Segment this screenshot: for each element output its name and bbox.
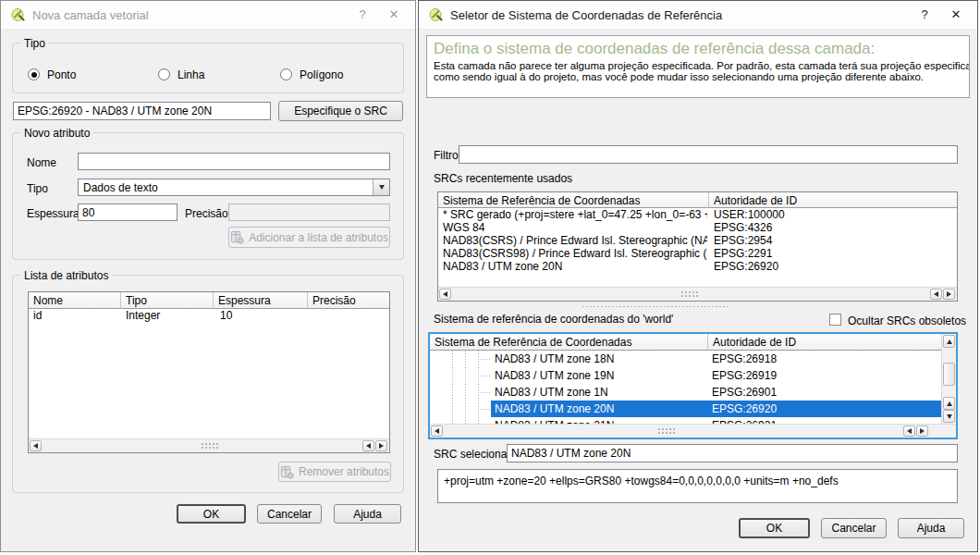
scroll-left-icon[interactable] [930, 289, 942, 300]
horizontal-scrollbar[interactable] [29, 438, 389, 452]
col-header-precision[interactable]: Precisão [308, 292, 389, 309]
cancel-button[interactable]: Cancelar [821, 518, 887, 538]
qgis-logo-icon [429, 7, 444, 22]
close-icon[interactable]: ✕ [946, 6, 966, 23]
horizontal-scrollbar[interactable] [438, 287, 957, 301]
help-icon[interactable]: ? [352, 6, 373, 23]
attribute-type-combobox[interactable]: Dados de texto [78, 179, 390, 196]
scroll-left-icon[interactable] [30, 440, 42, 451]
table-row[interactable]: id Integer 10 [29, 309, 389, 323]
recent-crs-table: Sistema de Referência de Coordenadas Aut… [437, 191, 958, 302]
world-crs-label: Sistema de referência de coordenadas do … [434, 313, 673, 326]
scrollbar-grip[interactable] [201, 442, 219, 450]
type-groupbox: Tipo Ponto Linha Polígono [12, 43, 404, 93]
col-header-crs[interactable]: Sistema de Referência de Coordenadas [430, 334, 708, 351]
recent-crs-row[interactable]: * SRC gerado (+proj=stere +lat_0=47.25 +… [438, 208, 957, 221]
scroll-right-icon[interactable] [943, 289, 955, 300]
radio-point-label[interactable]: Ponto [47, 68, 76, 81]
scroll-right-icon[interactable] [375, 440, 387, 451]
help-icon[interactable]: ? [914, 6, 935, 23]
help-button[interactable]: Ajuda [898, 518, 964, 538]
radio-point[interactable] [28, 68, 40, 80]
close-icon[interactable]: ✕ [384, 6, 404, 23]
recent-crs-row[interactable]: NAD83 / UTM zone 20N EPSG:26920 [438, 260, 957, 273]
scroll-left-icon[interactable] [431, 426, 443, 437]
new-attribute-group-label: Novo atributo [20, 127, 93, 140]
new-attribute-groupbox: Novo atributo Nome Tipo Dados de texto E… [12, 132, 404, 260]
attribute-list-group-label: Lista de atributos [20, 269, 112, 282]
world-crs-tree: NAD83 / UTM zone 18N EPSG:26918 NAD83 / … [430, 351, 941, 424]
scroll-right-icon[interactable] [916, 426, 928, 437]
scroll-left-icon[interactable] [903, 426, 915, 437]
world-crs-row[interactable]: NAD83 / UTM zone 1N EPSG:26901 [430, 384, 941, 401]
scrollbar-thumb[interactable] [943, 363, 955, 386]
remove-attribute-button: Remover atributos [278, 462, 391, 482]
cancel-button[interactable]: Cancelar [257, 504, 322, 524]
scroll-up-icon[interactable] [943, 397, 955, 410]
scrollbar-grip[interactable] [680, 290, 699, 299]
attribute-type-value: Dados de texto [83, 181, 158, 194]
help-button[interactable]: Ajuda [334, 504, 401, 524]
filter-label: Filtro [434, 149, 459, 162]
width-label: Espessura [27, 207, 80, 220]
banner-heading: Defina o sistema de coordenadas de refer… [434, 40, 969, 58]
banner-text-line2: como sendo igual à do projeto, mas você … [434, 71, 969, 82]
horizontal-scrollbar[interactable] [430, 424, 956, 438]
hide-obsolete-checkbox[interactable] [829, 314, 841, 326]
attribute-width-input[interactable] [78, 204, 178, 221]
titlebar[interactable]: Nova camada vetorial ? ✕ [1, 1, 415, 30]
col-header-width[interactable]: Espessura [214, 292, 308, 309]
ok-button[interactable]: OK [739, 518, 810, 538]
name-label: Nome [27, 156, 56, 169]
precision-label: Precisão [185, 207, 228, 220]
scroll-up-icon[interactable] [943, 335, 955, 348]
hide-obsolete-label[interactable]: Ocultar SRCs obsoletos [848, 314, 966, 327]
add-attribute-button: Adicionar a lista de atributos [228, 227, 390, 248]
scroll-left-icon[interactable] [362, 440, 374, 451]
remove-attribute-icon [280, 465, 294, 479]
qgis-logo-icon [11, 7, 26, 22]
col-header-crs[interactable]: Sistema de Referência de Coordenadas [438, 192, 709, 208]
attribute-precision-input [228, 204, 390, 221]
splitter-handle[interactable] [582, 305, 729, 309]
crs-info-banner: Defina o sistema de coordenadas de refer… [426, 35, 970, 98]
titlebar[interactable]: Seletor de Sistema de Coordenadas de Ref… [419, 1, 977, 30]
type-group-label: Tipo [20, 37, 49, 50]
world-crs-row-selected[interactable]: NAD83 / UTM zone 20N EPSG:26920 [430, 401, 941, 417]
radio-polygon[interactable] [280, 68, 292, 80]
specify-src-button[interactable]: Especifique o SRC [278, 101, 403, 121]
scroll-down-icon[interactable] [943, 410, 955, 423]
col-header-authority[interactable]: Autoridade de ID [709, 192, 957, 208]
add-attribute-icon [230, 230, 244, 244]
world-crs-row[interactable]: NAD83 / UTM zone 21N EPSG:26921 [430, 417, 941, 424]
radio-line-label[interactable]: Linha [178, 68, 204, 81]
world-crs-table: Sistema de Referência de Coordenadas Aut… [428, 332, 958, 439]
recent-crs-row[interactable]: NAD83(CSRS98) / Prince Edward Isl. Stere… [438, 247, 957, 260]
filter-input[interactable] [459, 145, 958, 164]
dialog-title: Seletor de Sistema de Coordenadas de Ref… [450, 8, 722, 22]
world-crs-row[interactable]: NAD83 / UTM zone 18N EPSG:26918 [430, 351, 941, 367]
col-header-authority[interactable]: Autoridade de ID [708, 334, 941, 351]
scroll-left-icon[interactable] [439, 289, 451, 300]
vertical-scrollbar[interactable] [941, 334, 956, 424]
col-header-name[interactable]: Nome [29, 292, 121, 309]
radio-polygon-label[interactable]: Polígono [300, 68, 343, 81]
recent-crs-row[interactable]: WGS 84 EPSG:4326 [438, 221, 957, 234]
ok-button[interactable]: OK [177, 504, 246, 524]
world-crs-row[interactable]: NAD83 / UTM zone 19N EPSG:26919 [430, 367, 941, 384]
attribute-table: Nome Tipo Espessura Precisão id Integer … [28, 291, 390, 453]
recent-crs-row[interactable]: NAD83(CSRS) / Prince Edward Isl. Stereog… [438, 234, 957, 247]
crs-selector-dialog: Seletor de Sistema de Coordenadas de Ref… [418, 0, 978, 552]
dialog-title: Nova camada vetorial [32, 8, 149, 22]
radio-line[interactable] [158, 68, 170, 80]
recent-crs-label: SRCs recentemente usados [434, 172, 572, 185]
crs-field[interactable] [13, 102, 271, 120]
attribute-name-input[interactable] [78, 153, 390, 170]
col-header-type[interactable]: Tipo [121, 292, 214, 309]
scrollbar-grip[interactable] [657, 427, 676, 436]
selected-src-field[interactable] [507, 444, 958, 462]
chevron-down-icon[interactable] [373, 179, 389, 195]
new-vector-layer-dialog: Nova camada vetorial ? ✕ Tipo Ponto Linh… [0, 0, 416, 552]
type-label: Tipo [27, 182, 48, 195]
proj4-definition-box[interactable]: +proj=utm +zone=20 +ellps=GRS80 +towgs84… [437, 469, 958, 503]
